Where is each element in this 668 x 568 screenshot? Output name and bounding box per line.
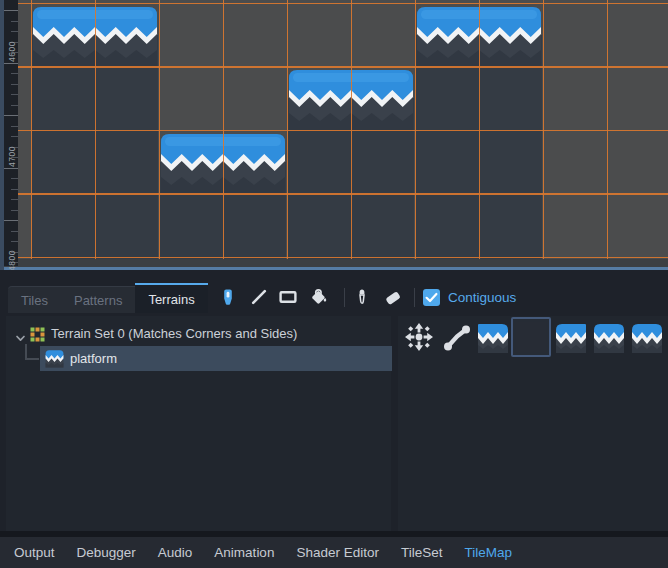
grid-line [18, 3, 668, 5]
bottom-bar-animation[interactable]: Animation [203, 545, 285, 560]
grid-line [18, 193, 668, 195]
terrain-palette-panel [398, 316, 668, 531]
bottom-bar-shader-editor[interactable]: Shader Editor [285, 545, 390, 560]
terrain-tile-cap-both[interactable] [631, 322, 663, 354]
ruler-label: 4700 [6, 137, 18, 167]
tab-terrains[interactable]: Terrains [135, 283, 207, 313]
bottom-bar-audio[interactable]: Audio [147, 545, 204, 560]
connect-mode-icon[interactable] [404, 322, 434, 352]
contiguous-label[interactable]: Contiguous [448, 290, 516, 305]
terrain-set-row[interactable]: Terrain Set 0 (Matches Corners and Sides… [6, 322, 391, 346]
tilemap-bottom-panel: TilesPatternsTerrains [0, 270, 668, 537]
platform-terrain-icon [45, 349, 64, 372]
rect-tool-button[interactable] [279, 288, 297, 306]
2d-viewport-canvas[interactable]: 460047004800 [0, 0, 668, 270]
grid-line [18, 130, 668, 132]
bottom-bar-tilemap[interactable]: TileMap [453, 545, 523, 560]
tab-patterns[interactable]: Patterns [61, 286, 135, 313]
line-tool-button[interactable] [250, 288, 268, 306]
eraser-tool-button[interactable] [384, 288, 402, 306]
picker-tool-button[interactable] [353, 288, 371, 306]
terrain-tile-cap-both[interactable] [593, 322, 625, 354]
vertical-ruler: 460047004800 [4, 0, 18, 266]
godot-editor-window: { "accent_color": "#4fa8ec", "grid_color… [0, 0, 668, 568]
ruler-label: 4600 [6, 32, 18, 62]
bottom-bar-tileset[interactable]: TileSet [390, 545, 454, 560]
ruler-label: 4800 [6, 241, 18, 271]
horizontal-scrollbar[interactable] [0, 259, 668, 267]
path-mode-icon[interactable] [442, 322, 472, 352]
tree-guide [25, 358, 39, 360]
terrain-tree-panel: Terrain Set 0 (Matches Corners and Sides… [6, 316, 391, 531]
tab-tiles[interactable]: Tiles [8, 286, 61, 313]
platform-terrain-label: platform [70, 351, 117, 366]
terrain-set-icon [30, 327, 45, 346]
editor-bottom-bar: OutputDebuggerAudioAnimationShader Edito… [0, 537, 668, 568]
terrain-platform-row[interactable]: platform [40, 346, 392, 371]
bottom-bar-debugger[interactable]: Debugger [66, 545, 147, 560]
terrain-tile-cap-left[interactable] [555, 322, 587, 354]
bucket-tool-button[interactable] [310, 288, 328, 306]
tree-guide [25, 344, 27, 359]
toolbar-separator [344, 288, 345, 307]
tile-grid-overlay [0, 0, 668, 270]
contiguous-checkbox[interactable] [423, 289, 440, 306]
terrain-tile-empty-selected[interactable] [511, 317, 551, 357]
tilemap-tab-strip: TilesPatternsTerrains [8, 283, 208, 313]
toolbar-separator [414, 288, 415, 307]
viewport-left-edge [0, 0, 4, 270]
bottom-bar-output[interactable]: Output [3, 545, 66, 560]
grid-line [18, 66, 668, 68]
paint-tool-button[interactable] [219, 288, 237, 306]
terrain-set-label: Terrain Set 0 (Matches Corners and Sides… [51, 326, 297, 341]
terrain-tile-cap-right[interactable] [477, 322, 509, 354]
